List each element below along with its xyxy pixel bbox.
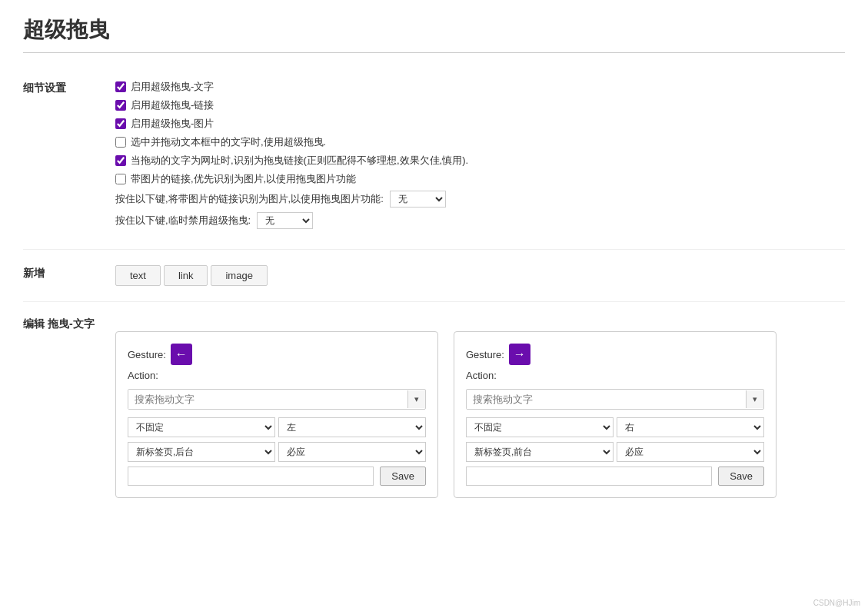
checkbox-cb5[interactable] <box>115 155 126 166</box>
save-button[interactable]: Save <box>380 467 426 486</box>
checkbox-label-cb5[interactable]: 当拖动的文字为网址时,识别为拖曳链接(正则匹配得不够理想,效果欠佳,慎用). <box>131 154 468 168</box>
action-label: Action: <box>466 370 764 381</box>
btn-link-button[interactable]: link <box>164 265 208 286</box>
search-row: ▾ <box>466 389 764 410</box>
search-row: ▾ <box>128 389 426 410</box>
gesture-label: Gesture: <box>128 349 166 360</box>
checkbox-cb4[interactable] <box>115 137 126 148</box>
edit-section: 编辑 拖曳-文字 Gesture:←Action:▾不固定固定左右上下新标签页,… <box>23 302 845 513</box>
options-row-2: 新标签页,后台新标签页,前台当前标签页必应百度Google <box>466 442 764 462</box>
checkbox-label-cb3[interactable]: 启用超级拖曳-图片 <box>131 117 214 131</box>
gesture-card-card-right: Gesture:→Action:▾不固定固定左右上下新标签页,后台新标签页,前台… <box>454 331 777 498</box>
search-dropdown-button[interactable]: ▾ <box>746 390 763 408</box>
dropdown-select-1[interactable]: 无CtrlAltShift <box>257 212 313 229</box>
dropdown-select-0[interactable]: 无CtrlAltShift <box>390 191 446 208</box>
checkbox-label-cb1[interactable]: 启用超级拖曳-文字 <box>131 80 214 94</box>
gesture-icon-arrow: ← <box>171 344 192 365</box>
options-row-2: 新标签页,后台新标签页,前台当前标签页必应百度Google <box>128 442 426 462</box>
checkboxes-container: 启用超级拖曳-文字启用超级拖曳-链接启用超级拖曳-图片选中并拖动文本框中的文字时… <box>115 80 845 186</box>
btn-image-button[interactable]: image <box>211 265 267 286</box>
save-row: Save <box>466 467 764 486</box>
checkbox-label-cb2[interactable]: 启用超级拖曳-链接 <box>131 98 214 112</box>
checkbox-row: 启用超级拖曳-图片 <box>115 117 845 131</box>
checkbox-cb3[interactable] <box>115 118 126 129</box>
save-row: Save <box>128 467 426 486</box>
checkbox-cb2[interactable] <box>115 100 126 111</box>
dropdown-label-0: 按住以下键,将带图片的链接识别为图片,以使用拖曳图片功能: <box>115 192 384 206</box>
checkbox-row: 启用超级拖曳-链接 <box>115 98 845 112</box>
select-tab[interactable]: 新标签页,后台新标签页,前台当前标签页 <box>466 442 614 462</box>
checkbox-row: 启用超级拖曳-文字 <box>115 80 845 94</box>
btn-text-button[interactable]: text <box>115 265 161 286</box>
select-engine[interactable]: 必应百度Google <box>617 442 764 462</box>
gesture-header-card-left: Gesture:← <box>128 344 426 365</box>
edit-section-label: 编辑 拖曳-文字 <box>23 317 115 331</box>
dropdown-row-1: 按住以下键,临时禁用超级拖曳:无CtrlAltShift <box>115 212 845 229</box>
gesture-icon-arrow: → <box>509 344 530 365</box>
detail-settings-content: 启用超级拖曳-文字启用超级拖曳-链接启用超级拖曳-图片选中并拖动文本框中的文字时… <box>115 80 845 234</box>
options-row-1: 不固定固定左右上下 <box>466 417 764 437</box>
detail-settings-section: 细节设置 启用超级拖曳-文字启用超级拖曳-链接启用超级拖曳-图片选中并拖动文本框… <box>23 65 845 250</box>
search-input[interactable] <box>467 390 746 409</box>
new-section: 新增 textlinkimage <box>23 250 845 302</box>
select-fixed[interactable]: 不固定固定 <box>466 417 614 437</box>
checkbox-label-cb6[interactable]: 带图片的链接,优先识别为图片,以使用拖曳图片功能 <box>131 172 356 186</box>
checkbox-row: 选中并拖动文本框中的文字时,使用超级拖曳. <box>115 135 845 149</box>
gesture-header-card-right: Gesture:→ <box>466 344 764 365</box>
action-label: Action: <box>128 370 426 381</box>
detail-settings-label: 细节设置 <box>23 80 115 95</box>
save-button[interactable]: Save <box>718 467 764 486</box>
checkbox-row: 带图片的链接,优先识别为图片,以使用拖曳图片功能 <box>115 172 845 186</box>
select-fixed[interactable]: 不固定固定 <box>128 417 275 437</box>
checkbox-label-cb4[interactable]: 选中并拖动文本框中的文字时,使用超级拖曳. <box>131 135 326 149</box>
new-section-content: textlinkimage <box>115 265 845 286</box>
page-title: 超级拖曳 <box>23 15 845 53</box>
new-section-label: 新增 <box>23 265 115 281</box>
select-direction[interactable]: 左右上下 <box>278 417 426 437</box>
save-text-input[interactable] <box>466 467 712 486</box>
save-text-input[interactable] <box>128 467 374 486</box>
dropdown-rows-container: 按住以下键,将带图片的链接识别为图片,以使用拖曳图片功能:无CtrlAltShi… <box>115 191 845 229</box>
dropdown-label-1: 按住以下键,临时禁用超级拖曳: <box>115 214 251 227</box>
select-engine[interactable]: 必应百度Google <box>278 442 426 462</box>
search-dropdown-button[interactable]: ▾ <box>407 390 425 408</box>
search-input[interactable] <box>128 390 407 409</box>
options-row-1: 不固定固定左右上下 <box>128 417 426 437</box>
dropdown-row-0: 按住以下键,将带图片的链接识别为图片,以使用拖曳图片功能:无CtrlAltShi… <box>115 191 845 208</box>
gesture-cards: Gesture:←Action:▾不固定固定左右上下新标签页,后台新标签页,前台… <box>115 331 845 498</box>
checkbox-cb1[interactable] <box>115 81 126 92</box>
select-tab[interactable]: 新标签页,后台新标签页,前台当前标签页 <box>128 442 275 462</box>
select-direction[interactable]: 左右上下 <box>617 417 764 437</box>
gesture-label: Gesture: <box>466 349 504 360</box>
gesture-card-card-left: Gesture:←Action:▾不固定固定左右上下新标签页,后台新标签页,前台… <box>115 331 438 498</box>
checkbox-row: 当拖动的文字为网址时,识别为拖曳链接(正则匹配得不够理想,效果欠佳,慎用). <box>115 154 845 168</box>
checkbox-cb6[interactable] <box>115 174 126 184</box>
type-button-group: textlinkimage <box>115 265 845 286</box>
